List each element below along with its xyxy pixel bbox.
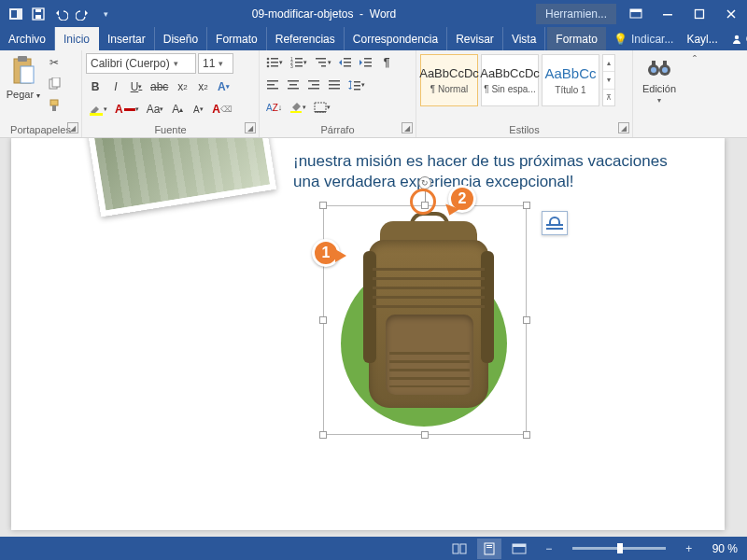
web-layout-button[interactable] (507, 539, 531, 559)
bold-button[interactable]: B (86, 77, 105, 96)
align-center-button[interactable] (284, 76, 303, 94)
bullets-button[interactable]: ▾ (263, 53, 286, 72)
tab-revisar[interactable]: Revisar (447, 27, 503, 50)
paste-button[interactable]: Pegar ▾ (4, 53, 43, 102)
rotation-handle[interactable]: ↻ (418, 176, 431, 189)
find-button[interactable]: Edición ▾ (638, 53, 681, 106)
svg-rect-23 (271, 65, 278, 67)
change-case-button[interactable]: Aa▾ (144, 100, 167, 119)
svg-point-63 (662, 67, 668, 73)
tab-diseno[interactable]: Diseño (155, 27, 207, 50)
justify-button[interactable] (325, 76, 344, 94)
svg-rect-35 (344, 65, 351, 67)
print-layout-button[interactable] (477, 539, 501, 559)
tab-correspondencia[interactable]: Correspondencia (345, 27, 447, 50)
clear-formatting-button[interactable]: A⌫ (209, 100, 235, 119)
account-name[interactable]: Kayl... (681, 27, 723, 50)
svg-rect-40 (267, 84, 275, 86)
multilevel-list-button[interactable]: ▾ (312, 53, 334, 72)
align-left-button[interactable] (263, 76, 282, 94)
highlight-button[interactable]: ▾ (86, 100, 110, 119)
style-normal[interactable]: AaBbCcDc ¶ Normal (420, 54, 478, 106)
resize-handle-bl[interactable] (319, 431, 327, 439)
tab-inicio[interactable]: Inicio (55, 27, 99, 50)
tab-vista[interactable]: Vista (503, 27, 545, 50)
selection-frame[interactable]: ↻ (323, 205, 527, 435)
layout-options-button[interactable] (542, 211, 568, 235)
save-icon[interactable] (28, 4, 49, 24)
clipboard-dialog-launcher[interactable]: ◢ (67, 122, 78, 133)
ribbon-display-options-icon[interactable] (620, 0, 652, 27)
zoom-slider[interactable] (572, 547, 666, 550)
svg-rect-56 (315, 103, 326, 112)
svg-point-9 (735, 35, 739, 38)
superscript-button[interactable]: x2 (193, 77, 212, 96)
numbering-button[interactable]: 123▾ (288, 53, 310, 72)
resize-handle-tl[interactable] (319, 202, 327, 209)
close-icon[interactable] (715, 0, 747, 27)
tab-formato-page[interactable]: Formato (207, 27, 267, 50)
italic-button[interactable]: I (106, 77, 125, 96)
style-heading1[interactable]: AaBbCc Título 1 (542, 54, 599, 106)
format-painter-button[interactable] (45, 96, 63, 115)
font-dialog-launcher[interactable]: ◢ (245, 122, 256, 133)
svg-rect-30 (316, 58, 326, 60)
resize-handle-l[interactable] (319, 316, 327, 324)
align-right-button[interactable] (304, 76, 323, 94)
font-family-combo[interactable]: Calibri (Cuerpo)▾ (86, 53, 196, 74)
svg-rect-4 (35, 9, 41, 12)
svg-rect-29 (295, 65, 303, 67)
group-editing: Edición ▾ (633, 50, 685, 137)
undo-icon[interactable] (50, 4, 71, 24)
zoom-out-button[interactable]: − (537, 539, 561, 559)
maximize-icon[interactable] (684, 0, 715, 27)
zoom-in-button[interactable]: + (677, 539, 701, 559)
tab-referencias[interactable]: Referencias (267, 27, 345, 50)
resize-handle-b[interactable] (421, 431, 429, 439)
paragraph-dialog-launcher[interactable]: ◢ (402, 122, 413, 133)
zoom-level[interactable]: 90 % (712, 542, 738, 555)
read-mode-button[interactable] (447, 539, 472, 559)
shrink-font-button[interactable]: A▾ (189, 100, 207, 119)
qat-customize-icon[interactable]: ▾ (95, 4, 116, 24)
show-marks-button[interactable]: ¶ (377, 53, 396, 72)
resize-handle-tr[interactable] (523, 202, 530, 209)
style-no-spacing[interactable]: AaBbCcDc ¶ Sin espa... (481, 54, 539, 106)
cut-button[interactable]: ✂ (45, 53, 63, 72)
styles-scroll-down[interactable]: ▾ (603, 72, 614, 89)
collapse-ribbon-button[interactable]: ˆ (685, 50, 704, 137)
share-button[interactable]: Compartir (724, 27, 747, 50)
svg-rect-54 (354, 89, 360, 91)
grow-font-button[interactable]: A▴ (168, 100, 187, 119)
tab-picture-format[interactable]: Formato (547, 27, 606, 50)
svg-rect-27 (295, 62, 303, 63)
increase-indent-button[interactable] (357, 53, 375, 72)
sort-button[interactable]: AZ↓ (263, 98, 285, 117)
resize-handle-br[interactable] (523, 431, 530, 439)
tell-me-box[interactable]: 💡 Indicar... (606, 27, 681, 50)
decrease-indent-button[interactable] (336, 53, 355, 72)
borders-button[interactable]: ▾ (311, 98, 333, 117)
document-area[interactable]: ¡nuestra misión es hacer de tus próximas… (0, 138, 747, 537)
text-effects-button[interactable]: A▾ (214, 77, 233, 96)
line-spacing-button[interactable]: ▾ (345, 76, 368, 94)
paint-bucket-icon (289, 102, 303, 113)
tab-insertar[interactable]: Insertar (99, 27, 155, 50)
redo-icon[interactable] (73, 4, 93, 24)
tab-file[interactable]: Archivo (0, 27, 55, 50)
resize-handle-r[interactable] (523, 316, 530, 324)
styles-dialog-launcher[interactable]: ◢ (618, 122, 629, 133)
editing-label: Edición (642, 83, 676, 94)
zoom-thumb[interactable] (617, 543, 623, 553)
font-size-combo[interactable]: 11▾ (198, 53, 233, 74)
underline-button[interactable]: U▾ (127, 77, 146, 96)
styles-expand[interactable]: ⊼ (603, 90, 614, 105)
shading-button[interactable]: ▾ (287, 98, 309, 117)
font-color-button[interactable]: A▾ (112, 100, 142, 119)
styles-scroll-up[interactable]: ▴ (603, 55, 614, 72)
minimize-icon[interactable] (652, 0, 684, 27)
app-icon[interactable] (6, 4, 26, 24)
subscript-button[interactable]: x2 (173, 77, 191, 96)
strikethrough-button[interactable]: abc (148, 77, 171, 96)
copy-button[interactable] (45, 75, 63, 93)
